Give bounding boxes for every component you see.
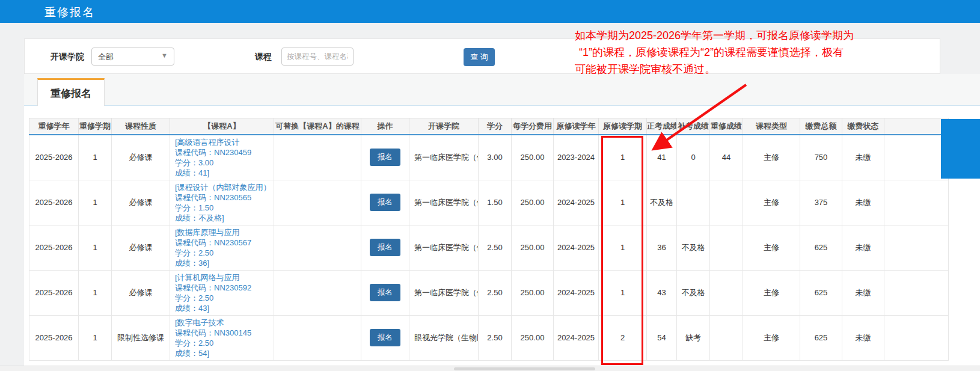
- cell-original-year: 2024-2025: [554, 315, 599, 360]
- table-row: 2025-2026 1 必修课 [高级语言程序设计 课程代码：NN230459 …: [29, 135, 949, 180]
- cell-total-fee: 625: [800, 270, 842, 315]
- cell-action: 报名: [361, 270, 409, 315]
- course-score-text: 成绩：36]: [175, 258, 271, 268]
- cell-course-a: [课程设计（内部对象应用） 课程代码：NN230565 学分：1.50 成绩：不…: [170, 180, 274, 225]
- course-code-text: 课程代码：NN230567: [175, 238, 271, 248]
- cell-exam-score: 54: [647, 315, 677, 360]
- cell-action: 报名: [361, 315, 409, 360]
- course-name-link[interactable]: [计算机网络与应用: [175, 272, 271, 283]
- college-filter-label: 开课学院: [51, 52, 84, 63]
- cell-retake-score: [710, 225, 743, 270]
- cell-fee-per-credit: 250.00: [512, 180, 554, 225]
- cell-credit: 2.50: [479, 225, 512, 270]
- column-header-13: 补考成绩: [677, 118, 710, 135]
- course-credit-text: 学分：2.50: [175, 338, 271, 348]
- cell-retake-year: 2025-2026: [29, 135, 79, 180]
- college-select[interactable]: 全部 ▼: [91, 48, 174, 66]
- cell-retake-year: 2025-2026: [29, 180, 79, 225]
- query-button[interactable]: 查 询: [464, 48, 495, 66]
- column-header-6: 操作: [361, 118, 409, 135]
- cell-fee-per-credit: 250.00: [512, 315, 554, 360]
- cell-empty: [884, 315, 949, 360]
- cell-empty: [884, 180, 949, 225]
- course-credit-text: 学分：3.00: [175, 158, 271, 168]
- cell-makeup-score: 0: [677, 135, 710, 180]
- apply-button[interactable]: 报名: [370, 239, 400, 256]
- chevron-down-icon: ▼: [161, 52, 168, 59]
- cell-action: 报名: [361, 135, 409, 180]
- tab-bar: 重修报名: [24, 74, 980, 106]
- course-name-link[interactable]: [数据库原理与应用: [175, 227, 271, 238]
- cell-credit: 2.50: [479, 270, 512, 315]
- cell-retake-term: 1: [79, 315, 112, 360]
- cell-makeup-score: 缺考: [677, 315, 710, 360]
- annotation-line: 如本学期为2025-2026学年第一学期，可报名原修读学期为: [575, 27, 911, 44]
- content-area: 重修学年重修学期课程性质【课程A】可替换【课程A】的课程操作开课学院学分每学分费…: [24, 106, 980, 366]
- table-header-row: 重修学年重修学期课程性质【课程A】可替换【课程A】的课程操作开课学院学分每学分费…: [29, 118, 949, 135]
- column-header-9: 每学分费用: [512, 118, 554, 135]
- column-header-14: 重修成绩: [710, 118, 743, 135]
- cell-course-a: [数据库原理与应用 课程代码：NN230567 学分：2.50 成绩：36]: [170, 225, 274, 270]
- cell-course-type: 主修: [743, 180, 800, 225]
- apply-button[interactable]: 报名: [370, 149, 400, 166]
- cell-retake-term: 1: [79, 270, 112, 315]
- cell-exam-score: 不及格: [647, 180, 677, 225]
- cell-course-type: 主修: [743, 315, 800, 360]
- course-score-text: 成绩：43]: [175, 303, 271, 313]
- cell-pay-status: 未缴: [842, 225, 884, 270]
- table-row: 2025-2026 1 必修课 [计算机网络与应用 课程代码：NN230592 …: [29, 270, 949, 315]
- column-header-18: [884, 118, 949, 135]
- cell-course-nature: 必修课: [112, 180, 170, 225]
- cell-course-a: [高级语言程序设计 课程代码：NN230459 学分：3.00 成绩：41]: [170, 135, 274, 180]
- cell-course-nature: 必修课: [112, 135, 170, 180]
- cell-total-fee: 625: [800, 315, 842, 360]
- course-score-text: 成绩：54]: [175, 348, 271, 358]
- cell-fee-per-credit: 250.00: [512, 225, 554, 270]
- cell-empty: [884, 270, 949, 315]
- course-credit-text: 学分：1.50: [175, 203, 271, 213]
- course-name-link[interactable]: [课程设计（内部对象应用）: [175, 182, 271, 192]
- cell-original-year: 2024-2025: [554, 225, 599, 270]
- course-name-link[interactable]: [数字电子技术: [175, 317, 271, 328]
- cell-fee-per-credit: 250.00: [512, 270, 554, 315]
- cell-replacement-course: [274, 315, 361, 360]
- course-search-input[interactable]: [281, 48, 354, 66]
- cell-retake-score: 44: [710, 135, 743, 180]
- app-header: 重修报名: [0, 0, 980, 23]
- column-header-4: 【课程A】: [170, 118, 274, 135]
- cell-retake-year: 2025-2026: [29, 270, 79, 315]
- cell-original-term: 2: [599, 315, 647, 360]
- cell-makeup-score: 不及格: [677, 225, 710, 270]
- scrollbar-thumb[interactable]: [454, 367, 595, 370]
- cell-replacement-course: [274, 180, 361, 225]
- cell-total-fee: 375: [800, 180, 842, 225]
- apply-button[interactable]: 报名: [370, 329, 400, 346]
- annotation-line: 可能被开课学院审核不通过。: [575, 61, 911, 78]
- cell-course-type: 主修: [743, 225, 800, 270]
- cell-course-nature: 必修课: [112, 225, 170, 270]
- cell-retake-term: 1: [79, 225, 112, 270]
- apply-button[interactable]: 报名: [370, 194, 400, 211]
- apply-button[interactable]: 报名: [370, 284, 400, 301]
- course-credit-text: 学分：2.50: [175, 248, 271, 258]
- column-header-1: 重修学年: [29, 118, 79, 135]
- annotation-note: 如本学期为2025-2026学年第一学期，可报名原修读学期为 “1”的课程，原修…: [575, 27, 911, 78]
- column-header-7: 开课学院: [409, 118, 479, 135]
- course-name-link[interactable]: [高级语言程序设计: [175, 137, 271, 147]
- table-row: 2025-2026 1 限制性选修课 [数字电子技术 课程代码：NN300145…: [29, 315, 949, 360]
- cell-retake-term: 1: [79, 135, 112, 180]
- cell-course-type: 主修: [743, 135, 800, 180]
- horizontal-scrollbar[interactable]: [0, 366, 980, 371]
- cell-retake-score: [710, 180, 743, 225]
- column-header-15: 课程类型: [743, 118, 800, 135]
- cell-pay-status: 未缴: [842, 135, 884, 180]
- right-blue-strip: [941, 119, 980, 179]
- cell-original-term: 1: [599, 180, 647, 225]
- column-header-2: 重修学期: [79, 118, 112, 135]
- cell-makeup-score: 不及格: [677, 270, 710, 315]
- cell-college: 第一临床医学院（仁: [409, 225, 479, 270]
- course-score-text: 成绩：41]: [175, 168, 271, 178]
- cell-retake-year: 2025-2026: [29, 225, 79, 270]
- tab-retake-registration[interactable]: 重修报名: [37, 78, 105, 106]
- page-title: 重修报名: [44, 5, 95, 20]
